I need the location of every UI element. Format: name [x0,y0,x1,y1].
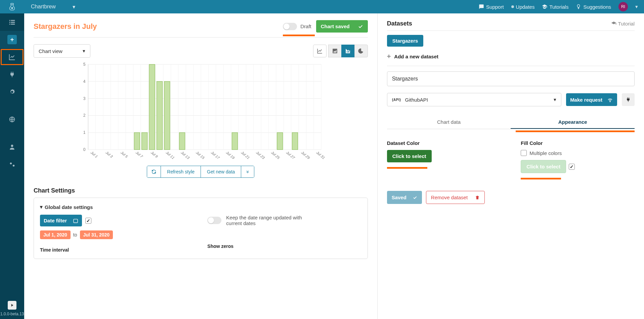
lightbulb-icon [576,4,581,9]
svg-rect-0 [11,3,13,5]
top-navbar: Chartbrew ▾ Support Updates Tutorials Su… [0,0,644,13]
logo-icon [8,3,16,11]
comment-icon [479,4,484,9]
caret-down-icon[interactable]: ▾ [635,4,638,10]
graduation-icon [542,4,547,9]
team-name: Chartbrew [31,4,56,10]
avatar[interactable]: RI [618,2,628,11]
logo-box [0,0,24,13]
updates-link[interactable]: Updates [511,4,535,10]
caret-down-icon: ▾ [73,4,75,10]
team-selector[interactable]: Chartbrew ▾ [24,4,82,10]
suggestions-link[interactable]: Suggestions [576,4,611,10]
tutorials-link[interactable]: Tutorials [542,4,568,10]
svg-point-1 [11,7,13,9]
dot-icon [511,5,514,8]
topnav-right: Support Updates Tutorials Suggestions RI… [479,2,644,11]
support-link[interactable]: Support [479,4,504,10]
